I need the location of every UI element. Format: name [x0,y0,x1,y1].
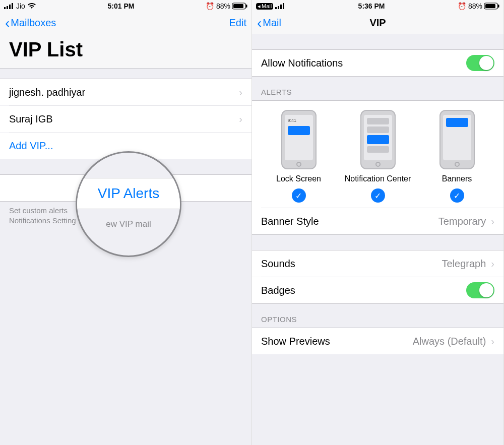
options-section-header: OPTIONS [252,304,503,328]
badges-row: Badges [252,277,503,303]
banner-style-label: Banner Style [261,216,319,227]
chevron-right-icon: › [491,336,494,347]
svg-rect-2 [9,5,11,9]
magnified-vip-alerts: VIP Alerts [77,178,180,209]
breadcrumb-app-icon[interactable]: ◂ Mail [256,3,273,10]
show-previews-row[interactable]: Show Previews Always (Default) › [252,328,503,354]
alarm-icon: ⏰ [206,2,214,10]
svg-rect-0 [4,7,6,9]
status-time: 5:01 PM [107,2,134,10]
vip-list-group: jignesh. padhiyar › Suraj IGB › Add VIP.… [0,79,251,159]
notification-center-preview-icon [360,110,396,169]
signal-icon [4,3,14,9]
back-label: Mail [263,17,281,29]
status-bar: ◂ Mail 5:36 PM ⏰ 88% [252,0,503,12]
badges-label: Badges [261,285,295,296]
magnified-footer: ew VIP mail [77,209,180,229]
chevron-right-icon: › [239,87,242,98]
svg-rect-9 [280,5,282,9]
allow-notifications-label: Allow Notifications [261,57,343,69]
vip-name: Suraj IGB [9,113,53,125]
banner-style-value: Temporary [438,216,486,227]
vip-name: jignesh. padhiyar [9,87,85,98]
svg-rect-3 [12,3,13,9]
svg-rect-6 [246,5,247,8]
phone-left: Jio 5:01 PM ⏰ 88% ‹ Mailboxes Edit VIP L… [0,0,252,445]
wifi-icon [27,3,36,9]
banner-style-row[interactable]: Banner Style Temporary › [252,208,503,234]
back-button[interactable]: ‹ Mail [257,16,281,30]
battery-pct: 88% [468,2,482,10]
carrier-label: Jio [16,2,25,10]
sounds-value: Telegraph [442,258,486,270]
show-previews-label: Show Previews [261,336,330,347]
battery-icon [232,3,247,10]
svg-rect-12 [485,4,495,8]
svg-rect-8 [278,6,279,9]
battery-pct: 88% [216,2,230,10]
page-title: VIP List [0,34,251,69]
allow-notifications-row: Allow Notifications [252,50,503,76]
signal-icon [275,3,285,9]
phone-right: ◂ Mail 5:36 PM ⏰ 88% ‹ Mail VIP Allow No… [252,0,504,445]
lockscreen-preview-icon [281,110,317,169]
magnifier-overlay: VIP Alerts ew VIP mail [76,151,181,257]
sounds-label: Sounds [261,258,295,270]
banners-preview-icon [439,110,475,169]
nav-bar: ‹ Mail VIP [252,12,503,34]
check-icon: ✓ [371,188,385,203]
status-time: 5:36 PM [358,2,385,10]
alerts-section-header: ALERTS [252,77,503,100]
edit-button[interactable]: Edit [229,17,246,29]
svg-rect-10 [283,3,284,9]
sounds-row[interactable]: Sounds Telegraph › [252,250,503,277]
chevron-left-icon: ‹ [5,16,10,30]
back-label: Mailboxes [11,17,56,29]
alarm-icon: ⏰ [458,2,466,10]
alerts-block: Lock Screen ✓ Notification Center ✓ Bann… [252,100,503,234]
alert-option-banners[interactable]: Banners ✓ [422,110,492,203]
chevron-right-icon: › [239,113,242,125]
status-bar: Jio 5:01 PM ⏰ 88% [0,0,251,12]
alert-option-notification-center[interactable]: Notification Center ✓ [343,110,413,203]
nav-bar: ‹ Mailboxes Edit [0,12,251,34]
back-button[interactable]: ‹ Mailboxes [5,16,56,30]
svg-rect-5 [233,4,243,8]
vip-row[interactable]: jignesh. padhiyar › [0,79,251,105]
show-previews-value: Always (Default) [413,336,486,347]
chevron-right-icon: › [491,216,494,227]
svg-rect-7 [275,7,277,9]
check-icon: ✓ [450,188,464,203]
alert-option-lockscreen[interactable]: Lock Screen ✓ [264,110,334,203]
allow-notifications-toggle[interactable] [466,55,494,71]
svg-rect-1 [7,6,8,9]
battery-icon [484,3,499,10]
badges-toggle[interactable] [466,282,494,298]
vip-row[interactable]: Suraj IGB › [0,106,251,132]
check-icon: ✓ [292,188,306,203]
chevron-left-icon: ‹ [257,16,262,30]
svg-rect-13 [498,5,499,8]
chevron-right-icon: › [491,258,494,270]
nav-title: VIP [252,17,503,29]
